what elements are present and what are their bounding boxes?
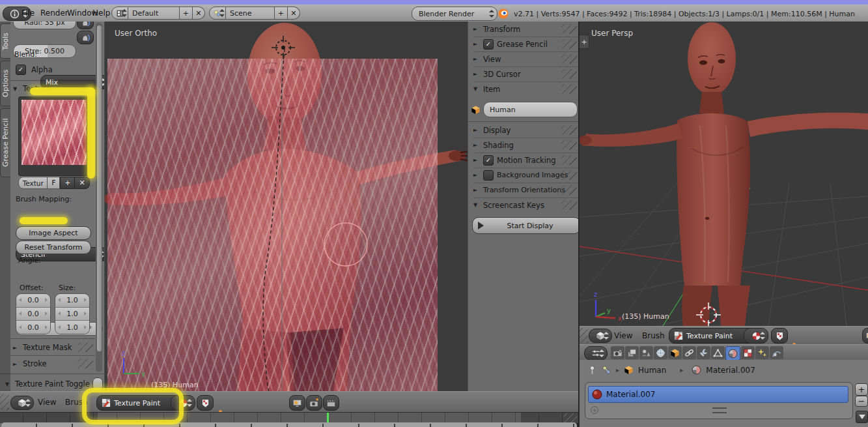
tab-particles[interactable] <box>755 346 769 359</box>
panel-drag-grip[interactable] <box>561 155 577 165</box>
panel-drag-grip[interactable] <box>561 125 577 135</box>
panel-3d-cursor[interactable]: ► 3D Cursor <box>473 66 579 82</box>
brush-menu[interactable]: Brush <box>642 331 665 340</box>
size-y-field[interactable]: 1.0 <box>55 308 89 321</box>
texture-new-button[interactable]: + <box>60 177 75 189</box>
panel-view[interactable]: ► View <box>473 52 579 67</box>
texture-datablock-button[interactable]: Textur <box>18 177 48 189</box>
editor-type-select[interactable] <box>589 329 612 343</box>
panel-stroke[interactable]: ► Stroke <box>13 357 95 370</box>
pressure-toggle-radius[interactable] <box>77 22 94 29</box>
editor-type-select[interactable] <box>10 396 34 410</box>
menu-help[interactable]: Help <box>92 8 110 18</box>
panel-drag-grip[interactable] <box>561 170 577 180</box>
object-name-field[interactable]: Human <box>483 102 578 117</box>
scrollbar-thumb[interactable] <box>97 25 102 351</box>
monitor-cube-button[interactable] <box>289 395 305 411</box>
viewport-3d-right[interactable]: z y x User Persp (135) Human + <box>580 22 868 326</box>
panel-drag-grip[interactable] <box>561 200 577 210</box>
snap-toggle-button[interactable] <box>771 328 788 344</box>
scene-close-button[interactable]: ✕ <box>288 7 300 20</box>
radius-slider[interactable]: Radi: 35 px <box>13 22 76 29</box>
timeline-resize-grip[interactable] <box>564 413 577 422</box>
material-add-button[interactable]: + <box>855 383 868 396</box>
panel-drag-grip[interactable] <box>561 84 577 94</box>
view-menu[interactable]: View <box>614 331 632 340</box>
tab-scene[interactable] <box>639 346 653 359</box>
motion-tracking-checkbox[interactable]: ✓ <box>483 155 494 166</box>
screenshot-button[interactable] <box>306 395 322 411</box>
panel-motion-tracking[interactable]: ► ✓ Motion Tracking <box>473 153 579 168</box>
pressure-toggle-strength[interactable] <box>77 31 94 44</box>
start-display-button[interactable]: Start Display <box>472 217 581 234</box>
grease-pencil-checkbox[interactable]: ✓ <box>483 39 494 50</box>
tab-render-layers[interactable] <box>625 346 639 359</box>
panel-background-images[interactable]: ► Background Images <box>473 168 579 183</box>
material-slot-selected[interactable]: Material.007 <box>588 386 848 403</box>
screen-layout-icon-button[interactable] <box>111 7 128 20</box>
scene-icon-button[interactable] <box>209 7 226 20</box>
tool-shelf-scrollbar[interactable] <box>96 23 102 372</box>
display-button[interactable] <box>862 328 868 344</box>
size-x-field[interactable]: 1.0 <box>55 294 89 308</box>
panel-transform[interactable]: ► Transform <box>473 22 579 37</box>
tab-world[interactable] <box>654 346 667 359</box>
texture-unlink-button[interactable]: ✕ <box>75 177 90 189</box>
panel-transform-orientations[interactable]: ► Transform Orientations <box>473 183 579 198</box>
background-images-checkbox[interactable] <box>483 170 494 181</box>
tab-grease-pencil[interactable]: Grease Pencil <box>0 108 10 177</box>
tab-constraints[interactable] <box>682 346 696 359</box>
slot-add-mini-icon[interactable]: + <box>591 406 598 414</box>
editor-type-select[interactable] <box>584 346 608 361</box>
panel-drag-grip[interactable] <box>561 54 577 64</box>
render-engine-select[interactable]: Blender Render <box>412 7 497 21</box>
mode-select-texture-paint[interactable]: Texture Paint <box>669 328 754 344</box>
tab-texture[interactable] <box>741 346 755 359</box>
view-menu[interactable]: View <box>38 398 56 407</box>
panel-texture-mask[interactable]: ► Texture Mask <box>13 341 95 354</box>
tab-physics[interactable] <box>770 346 783 359</box>
alpha-checkbox[interactable]: ✓ <box>16 65 26 75</box>
panel-drag-grip[interactable] <box>561 185 577 195</box>
menu-render[interactable]: Render <box>40 8 68 18</box>
offset-x-field[interactable]: 0.0 <box>16 294 50 308</box>
panel-screencast-keys[interactable]: ▼ Screencast Keys <box>473 198 579 213</box>
corner-resize-grip[interactable] <box>0 394 9 410</box>
breadcrumb-material[interactable]: Material.007 <box>706 366 755 375</box>
panel-item[interactable]: ▼ Item <box>473 81 579 96</box>
panel-drag-grip[interactable] <box>561 39 577 49</box>
breadcrumb-object[interactable]: Human <box>638 366 666 375</box>
tab-modifiers[interactable] <box>697 346 710 359</box>
timeline-playhead[interactable] <box>327 413 329 423</box>
snap-toggle-button[interactable] <box>197 395 214 411</box>
screen-layout-name[interactable]: Default <box>128 7 180 20</box>
panel-shading[interactable]: ► Shading <box>473 138 579 153</box>
corner-resize-grip[interactable] <box>580 328 588 343</box>
texture-preview-image[interactable] <box>21 100 87 165</box>
material-specials-button[interactable] <box>856 411 868 423</box>
tab-tools[interactable]: Tools <box>0 23 10 59</box>
size-z-field[interactable]: 1.0 <box>55 321 89 334</box>
region-expand-tab[interactable]: + <box>580 35 589 49</box>
image-aspect-button[interactable]: Image Aspect <box>16 226 91 240</box>
reset-transform-button[interactable]: Reset Transform <box>16 241 91 254</box>
tab-options[interactable]: Options <box>0 61 10 106</box>
list-resize-handle[interactable] <box>712 407 727 413</box>
panel-drag-grip[interactable] <box>561 140 577 150</box>
fake-user-button[interactable]: F <box>48 177 60 189</box>
scene-add-button[interactable]: + <box>275 7 287 20</box>
tab-object-data[interactable] <box>711 346 725 359</box>
panel-drag-grip[interactable] <box>77 342 93 352</box>
layout-close-button[interactable]: ✕ <box>193 7 205 20</box>
tab-render[interactable] <box>611 346 624 359</box>
material-remove-button[interactable]: − <box>855 396 868 407</box>
pivot-point-select[interactable] <box>744 328 768 344</box>
scene-name[interactable]: Scene <box>226 7 275 20</box>
screencast-button[interactable] <box>323 395 339 411</box>
panel-drag-grip[interactable] <box>77 359 93 368</box>
panel-grease-pencil[interactable]: ► ✓ Grease Pencil <box>473 37 579 52</box>
menu-file[interactable]: File <box>21 8 35 18</box>
layout-add-button[interactable]: + <box>180 7 192 20</box>
tab-object[interactable] <box>668 346 682 359</box>
pin-icon[interactable] <box>587 365 597 375</box>
